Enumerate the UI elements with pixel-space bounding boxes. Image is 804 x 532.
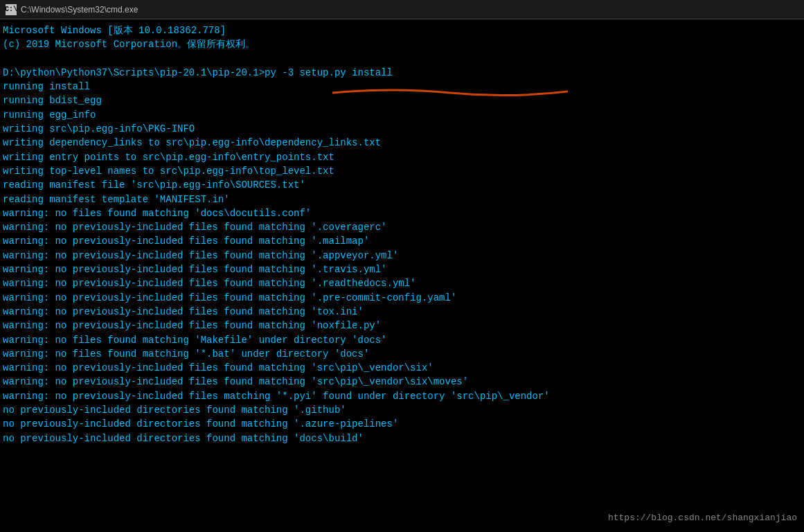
terminal-line: warning: no files found matching '*.bat'…	[3, 347, 801, 361]
terminal-line: warning: no previously-included files ma…	[3, 389, 801, 403]
terminal-line: warning: no previously-included files fo…	[3, 319, 801, 332]
terminal-line: running install	[3, 80, 801, 94]
terminal-line: writing top-level names to src\pip.egg-i…	[3, 164, 801, 178]
terminal-line: no previously-included directories found…	[3, 403, 801, 417]
terminal-body: Microsoft Windows [版本 10.0.18362.778](c)…	[0, 19, 804, 532]
terminal-line: no previously-included directories found…	[3, 417, 801, 431]
terminal-line: no previously-included directories found…	[3, 432, 801, 445]
terminal-line: (c) 2019 Microsoft Corporation。保留所有权利。	[3, 37, 801, 51]
terminal-line: warning: no previously-included files fo…	[3, 220, 801, 234]
terminal-line	[3, 52, 801, 66]
terminal-line: D:\python\Python37\Scripts\pip-20.1\pip-…	[3, 66, 801, 80]
terminal-line: writing entry points to src\pip.egg-info…	[3, 150, 801, 164]
window-title: C:\Windows\System32\cmd.exe	[21, 5, 138, 15]
terminal-line: reading manifest template 'MANIFEST.in'	[3, 193, 801, 206]
terminal-line: warning: no files found matching 'docs\d…	[3, 206, 801, 220]
title-bar: C:\ C:\Windows\System32\cmd.exe	[0, 0, 804, 19]
terminal-line: writing dependency_links to src\pip.egg-…	[3, 136, 801, 150]
terminal-line: warning: no previously-included files fo…	[3, 234, 801, 248]
terminal-line: Microsoft Windows [版本 10.0.18362.778]	[3, 24, 801, 37]
terminal-line: warning: no previously-included files fo…	[3, 361, 801, 375]
watermark: https://blog.csdn.net/shangxianjiao	[608, 512, 797, 525]
terminal-line: reading manifest file 'src\pip.egg-info\…	[3, 178, 801, 192]
terminal-line: running egg_info	[3, 108, 801, 122]
terminal-line: running bdist_egg	[3, 94, 801, 107]
terminal-line: warning: no files found matching 'Makefi…	[3, 333, 801, 347]
terminal-line: warning: no previously-included files fo…	[3, 305, 801, 319]
terminal-line: warning: no previously-included files fo…	[3, 291, 801, 305]
cmd-icon: C:\	[6, 4, 17, 15]
terminal-line: writing src\pip.egg-info\PKG-INFO	[3, 122, 801, 136]
terminal-line: warning: no previously-included files fo…	[3, 375, 801, 389]
terminal-output: Microsoft Windows [版本 10.0.18362.778](c)…	[3, 24, 801, 445]
terminal-line: warning: no previously-included files fo…	[3, 249, 801, 263]
terminal-line: warning: no previously-included files fo…	[3, 276, 801, 290]
terminal-line: warning: no previously-included files fo…	[3, 263, 801, 276]
